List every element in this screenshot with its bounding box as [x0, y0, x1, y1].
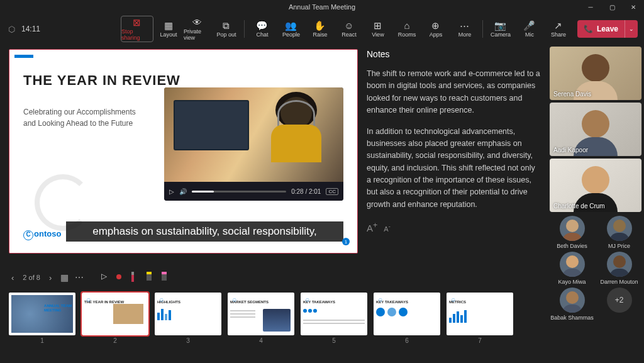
camera-button[interactable]: 📷Camera: [487, 16, 514, 42]
participant-more[interactable]: +2: [597, 288, 641, 321]
thumb-1[interactable]: ANNUAL TEAM MEETING: [9, 293, 75, 335]
font-decrease-button[interactable]: A-: [384, 223, 390, 233]
stop-sharing-button[interactable]: ⊠Stop sharing: [121, 16, 153, 42]
cursor-tool[interactable]: ▷: [101, 272, 111, 283]
volume-icon[interactable]: 🔊: [179, 188, 187, 195]
participant-small[interactable]: MJ Price: [597, 216, 641, 249]
current-slide[interactable]: THE YEAR IN REVIEW Celebrating our Accom…: [9, 49, 358, 254]
react-button[interactable]: ☺React: [335, 16, 363, 42]
share-icon: ↗: [554, 21, 562, 30]
content-area: THE YEAR IN REVIEW Celebrating our Accom…: [0, 44, 644, 363]
participant-large[interactable]: Serena Davis: [550, 47, 641, 100]
close-button[interactable]: ✕: [623, 0, 644, 14]
apps-button[interactable]: ⊕Apps: [422, 16, 450, 42]
notes-text: The shift to remote work and e-commerce …: [367, 68, 541, 211]
thumb-5[interactable]: ◯KEY TAKEAWAYS: [301, 293, 367, 335]
maximize-button[interactable]: ▢: [601, 0, 623, 14]
participant-large[interactable]: Charlotte de Crum: [550, 159, 641, 212]
font-size-controls: A+ A-: [367, 221, 541, 233]
camera-icon: 📷: [494, 21, 506, 30]
annotation-tools: ▷: [101, 272, 172, 283]
embedded-video[interactable]: ▷ 🔊 0:28 / 2:01 CC: [164, 87, 343, 201]
mic-button[interactable]: 🎤Mic: [516, 16, 543, 42]
popout-button[interactable]: ⧉Pop out: [213, 16, 240, 42]
cc-button[interactable]: CC: [326, 188, 338, 195]
stop-icon: ⊠: [133, 18, 141, 27]
company-logo: ontoso: [23, 229, 61, 240]
thumb-2[interactable]: ◯THE YEAR IN REVIEW: [82, 293, 148, 335]
apps-icon: ⊕: [431, 21, 440, 30]
prev-slide-button[interactable]: ‹: [9, 271, 16, 285]
video-time: 0:28 / 2:01: [291, 188, 321, 195]
toolbar-divider: [482, 20, 483, 38]
thumb-6[interactable]: ◯KEY TAKEAWAYS: [374, 293, 440, 335]
thumb-4[interactable]: ◯MARKET SEGMENTS: [228, 293, 294, 335]
meeting-timer: 14:11: [21, 25, 40, 33]
rooms-icon: ⌂: [404, 21, 409, 30]
chat-button[interactable]: 💬Chat: [248, 16, 276, 42]
window-controls: ─ ▢ ✕: [580, 0, 644, 14]
window-title: Annual Team Meeting: [289, 3, 355, 11]
phone-icon: 📞: [584, 25, 593, 33]
people-icon: 👥: [285, 21, 297, 30]
shield-icon[interactable]: ⬡: [6, 24, 16, 34]
video-progress[interactable]: [192, 191, 286, 193]
grid-view-button[interactable]: ▦: [60, 272, 69, 282]
toolbar-divider: [244, 20, 245, 38]
hand-icon: ✋: [314, 21, 326, 30]
live-caption: emphasis on sustainability, social respo…: [66, 221, 343, 242]
slide-subtitle: Celebrating our Accomplishments and Look…: [23, 106, 149, 129]
thumb-3[interactable]: ◯HIGHLIGHTS: [155, 293, 221, 335]
popout-icon: ⧉: [223, 21, 230, 30]
video-frame: [164, 87, 343, 182]
slide-page-badge: 1: [342, 238, 350, 245]
view-button[interactable]: ⊞View: [364, 16, 392, 42]
raise-button[interactable]: ✋Raise: [306, 16, 334, 42]
font-increase-button[interactable]: A+: [367, 221, 377, 233]
private-view-button[interactable]: 👁Private view: [184, 16, 211, 42]
participant-small[interactable]: Kayo Miwa: [550, 252, 594, 285]
laser-tool[interactable]: [116, 272, 126, 283]
chat-icon: 💬: [256, 21, 268, 30]
slide-counter: 2 of 8: [23, 274, 40, 281]
emoji-icon: ☺: [344, 21, 353, 30]
participant-small[interactable]: Babak Shammas: [550, 288, 594, 321]
pen-tool[interactable]: [131, 272, 142, 283]
participant-small[interactable]: Beth Davies: [550, 216, 594, 249]
thumb-7[interactable]: ◯METRICS: [447, 293, 513, 335]
highlighter-pink[interactable]: [162, 272, 172, 283]
slide-title: THE YEAR IN REVIEW: [23, 72, 343, 89]
play-icon[interactable]: ▷: [169, 188, 174, 195]
notes-heading: Notes: [367, 49, 541, 59]
more-button[interactable]: ⋯More: [451, 16, 479, 42]
leave-button[interactable]: 📞Leave ⌄: [577, 20, 638, 38]
slide-navigation: ‹ 2 of 8 › ▦ ⋯ ▷: [9, 266, 547, 289]
next-slide-button[interactable]: ›: [47, 271, 54, 285]
grid-icon: ⊞: [374, 21, 382, 30]
notes-panel: Notes The shift to remote work and e-com…: [367, 49, 547, 266]
highlighter-yellow[interactable]: [147, 272, 157, 283]
nav-more-button[interactable]: ⋯: [75, 272, 84, 282]
rooms-button[interactable]: ⌂Rooms: [393, 16, 421, 42]
share-button[interactable]: ↗Share: [545, 16, 572, 42]
toolbar: ⬡ 14:11 ⊠Stop sharing ▦Layout 👁Private v…: [0, 14, 644, 44]
more-icon: ⋯: [460, 21, 469, 30]
participant-small[interactable]: Darren Mouton: [597, 252, 641, 285]
slide-accent: [14, 55, 33, 58]
presentation-column: THE YEAR IN REVIEW Celebrating our Accom…: [0, 44, 547, 363]
leave-chevron[interactable]: ⌄: [625, 20, 638, 38]
participant-large[interactable]: Aadi Kapoor: [550, 103, 641, 156]
layout-button[interactable]: ▦Layout: [155, 16, 182, 42]
titlebar: Annual Team Meeting ─ ▢ ✕: [0, 0, 644, 14]
eye-icon: 👁: [192, 18, 202, 27]
layout-icon: ▦: [164, 21, 173, 30]
people-button[interactable]: 👥People: [277, 16, 305, 42]
video-controls: ▷ 🔊 0:28 / 2:01 CC: [164, 182, 343, 201]
mic-icon: 🎤: [523, 21, 535, 30]
minimize-button[interactable]: ─: [580, 0, 601, 14]
participants-panel: Serena Davis Aadi Kapoor Charlotte de Cr…: [547, 44, 644, 363]
slide-thumbnails: ANNUAL TEAM MEETING1 ◯THE YEAR IN REVIEW…: [9, 289, 547, 355]
